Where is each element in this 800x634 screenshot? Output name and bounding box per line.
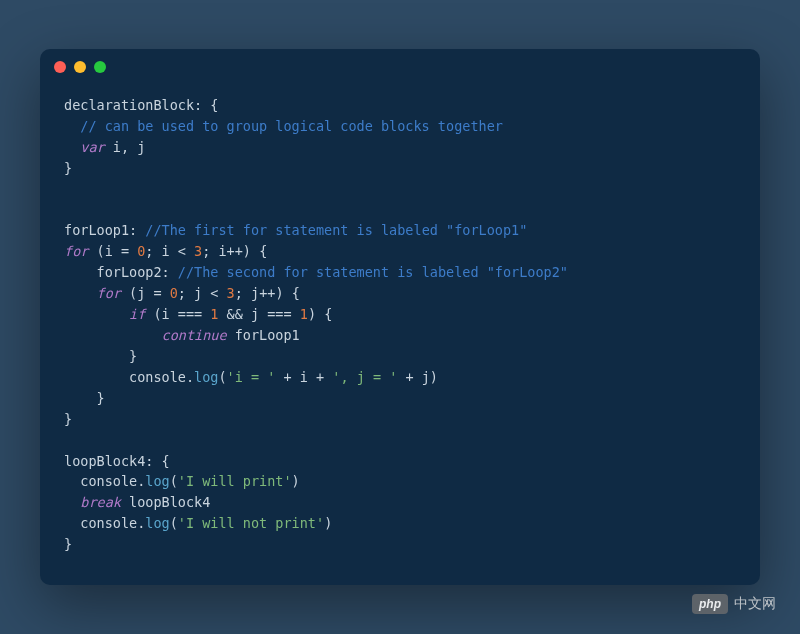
code-line: } (64, 411, 72, 427)
maximize-icon[interactable] (94, 61, 106, 73)
code-line: } (64, 348, 137, 364)
code-text: ) { (308, 306, 332, 322)
code-keyword: if (64, 306, 145, 322)
code-text: } (64, 348, 137, 364)
watermark: php 中文网 (692, 594, 776, 614)
code-text: loopBlock4: { (64, 453, 170, 469)
code-number: 0 (170, 285, 178, 301)
code-window: declarationBlock: { // can be used to gr… (40, 49, 760, 585)
code-line: } (64, 390, 105, 406)
code-text: declarationBlock: { (64, 97, 218, 113)
code-comment: //The second for statement is labeled "f… (170, 264, 568, 280)
code-text: ) (292, 473, 300, 489)
code-text: + i + (275, 369, 332, 385)
code-text: ( (218, 369, 226, 385)
code-text: loopBlock4 (121, 494, 210, 510)
code-keyword: for (64, 243, 88, 259)
code-text: ; j++) { (235, 285, 300, 301)
watermark-badge: php (692, 594, 728, 614)
code-text: } (64, 536, 72, 552)
code-func: log (145, 515, 169, 531)
code-line: for (i = 0; i < 3; i++) { (64, 243, 267, 259)
code-number: 3 (194, 243, 202, 259)
code-text: ; i++) { (202, 243, 267, 259)
code-line: var i, j (64, 139, 145, 155)
code-line: if (i === 1 && j === 1) { (64, 306, 332, 322)
close-icon[interactable] (54, 61, 66, 73)
code-func: log (194, 369, 218, 385)
window-titlebar (40, 49, 760, 85)
code-line: continue forLoop1 (64, 327, 300, 343)
code-text: ( (170, 515, 178, 531)
code-string: ', j = ' (332, 369, 397, 385)
watermark-text: 中文网 (734, 595, 776, 613)
code-text: ) (324, 515, 332, 531)
code-text: ; j < (178, 285, 227, 301)
code-string: 'I will not print' (178, 515, 324, 531)
code-line: console.log('i = ' + i + ', j = ' + j) (64, 369, 438, 385)
code-text: && j === (218, 306, 299, 322)
code-string: 'i = ' (227, 369, 276, 385)
code-text: console. (64, 473, 145, 489)
code-text: ( (170, 473, 178, 489)
code-line: } (64, 536, 72, 552)
code-text: } (64, 390, 105, 406)
code-text: (i === (145, 306, 210, 322)
code-text: console. (64, 369, 194, 385)
code-func: log (145, 473, 169, 489)
code-comment: // can be used to group logical code blo… (64, 118, 503, 134)
code-number: 1 (300, 306, 308, 322)
code-line: loopBlock4: { (64, 453, 170, 469)
code-line: console.log('I will print') (64, 473, 300, 489)
code-keyword: break (64, 494, 121, 510)
code-line: // can be used to group logical code blo… (64, 118, 503, 134)
code-text: (i = (88, 243, 137, 259)
code-keyword: var (64, 139, 105, 155)
code-text: (j = (121, 285, 170, 301)
code-number: 3 (227, 285, 235, 301)
code-line: forLoop1: //The first for statement is l… (64, 222, 527, 238)
code-text: } (64, 411, 72, 427)
code-keyword: for (64, 285, 121, 301)
code-line: } (64, 160, 72, 176)
code-keyword: continue (64, 327, 227, 343)
code-text: console. (64, 515, 145, 531)
code-comment: //The first for statement is labeled "fo… (137, 222, 527, 238)
code-line: forLoop2: //The second for statement is … (64, 264, 568, 280)
code-label: forLoop1: (64, 222, 137, 238)
code-line: break loopBlock4 (64, 494, 210, 510)
code-block: declarationBlock: { // can be used to gr… (40, 85, 760, 585)
code-text: ; i < (145, 243, 194, 259)
code-line: console.log('I will not print') (64, 515, 332, 531)
code-text: } (64, 160, 72, 176)
code-text: i, j (105, 139, 146, 155)
code-string: 'I will print' (178, 473, 292, 489)
code-line: for (j = 0; j < 3; j++) { (64, 285, 300, 301)
code-text: + j) (397, 369, 438, 385)
code-text: forLoop1 (227, 327, 300, 343)
code-label: forLoop2: (64, 264, 170, 280)
minimize-icon[interactable] (74, 61, 86, 73)
code-line: declarationBlock: { (64, 97, 218, 113)
